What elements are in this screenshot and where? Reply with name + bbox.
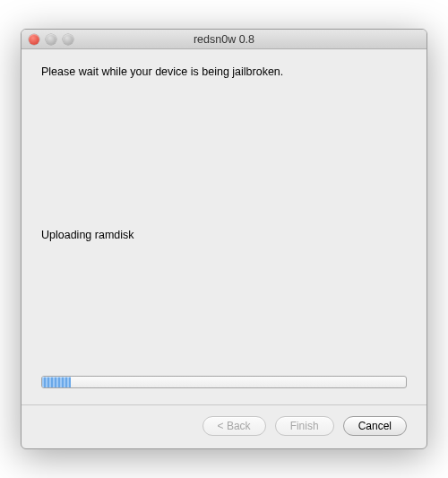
traffic-lights [22,34,73,45]
button-row: < Back Finish Cancel [41,416,407,436]
finish-button: Finish [275,416,334,436]
window-content: Please wait while your device is being j… [22,49,426,448]
progress-fill [42,377,71,387]
zoom-icon [63,34,73,45]
app-window: redsn0w 0.8 Please wait while your devic… [21,29,427,449]
instruction-text: Please wait while your device is being j… [41,65,407,78]
titlebar: redsn0w 0.8 [22,30,426,49]
status-text: Uploading ramdisk [41,229,407,241]
window-title: redsn0w 0.8 [22,33,426,46]
close-icon[interactable] [29,34,39,45]
cancel-button[interactable]: Cancel [343,416,407,436]
progress-bar [41,376,407,388]
back-button: < Back [202,416,266,436]
minimize-icon [46,34,56,45]
divider [22,404,426,405]
